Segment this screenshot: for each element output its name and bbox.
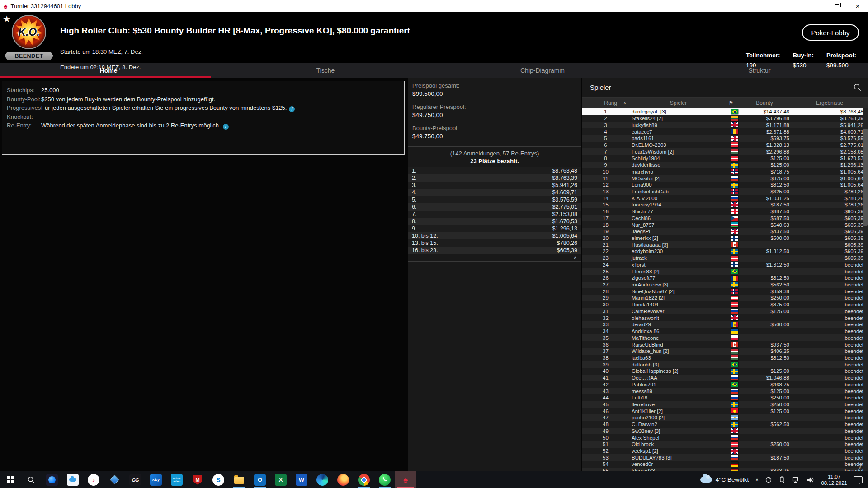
poker-lobby-button[interactable]: Poker-Lobby [802, 24, 859, 41]
player-row[interactable]: 43messs89$125,00beendet [582, 388, 868, 394]
player-row[interactable]: 51Old brock$250,00beendet [582, 441, 868, 448]
taskbar-clock[interactable]: 11:07 08.12.2021 [821, 474, 847, 486]
skype-taskbar-icon[interactable]: S [208, 471, 229, 488]
player-row[interactable]: 6Dr.ELMO-2303$1.328,13$2.775,01 [582, 142, 868, 149]
player-row[interactable]: 18Nur_8797$640,63$605,39 [582, 221, 868, 228]
mcafee-taskbar-icon[interactable]: M [187, 471, 208, 488]
player-row[interactable]: 35MaTitheonebeendet [582, 334, 868, 341]
network-icon[interactable] [792, 476, 800, 483]
player-row[interactable]: 19JaegsPL$437,50$605,39 [582, 228, 868, 235]
tray-expand-icon[interactable]: ∧ [755, 477, 759, 483]
favorite-star-icon[interactable]: ★ [3, 14, 11, 24]
players-scrollbar[interactable] [863, 108, 868, 471]
player-row[interactable]: 47pucho2100 [2]beendet [582, 414, 868, 421]
tab-chip-diagramm[interactable]: Chip-Diagramm [434, 63, 651, 78]
player-row[interactable]: 9davideriksso$125,00$1.296,13 [582, 162, 868, 169]
player-row[interactable]: 33deivid29$500,00beendet [582, 321, 868, 328]
player-row[interactable]: 8Schildy1984$125,00$1.670,53 [582, 155, 868, 162]
prime-taskbar-icon[interactable]: prime video [166, 471, 187, 488]
column-header-rank[interactable]: Rang [582, 100, 617, 106]
player-row[interactable]: 3luckyfish89$1.171,88$5.941,26 [582, 122, 868, 128]
search-taskbar-icon[interactable] [21, 471, 42, 488]
itunes-taskbar-icon[interactable]: ♪ [83, 471, 104, 488]
chevron-down-icon[interactable]: ∨ [858, 464, 862, 470]
player-row[interactable]: 10marchyro$718,75$1.005,64 [582, 168, 868, 175]
player-row[interactable]: 2Stakelis24 [2]$3.796,88$8.763,39 [582, 115, 868, 122]
player-row[interactable]: 36RaiseUpBlind$937,50beendet [582, 341, 868, 348]
tray-app-icon[interactable] [765, 476, 772, 483]
player-row[interactable]: 27mrAndreeew [3]$562,50beendet [582, 282, 868, 288]
player-row[interactable]: 53BUDULAY783 [3]$187,50beendet [582, 454, 868, 461]
weather-widget[interactable]: 4°C Bewölkt [700, 476, 749, 483]
player-row[interactable]: 48C. Darwin2$562,50beendet [582, 421, 868, 428]
player-row[interactable]: 44Futti18$250,00beendet [582, 394, 868, 401]
minimize-button[interactable] [806, 0, 826, 12]
player-row[interactable]: 15tooeasy1994$187,50$780,26 [582, 202, 868, 208]
scrollbar-thumb[interactable] [863, 129, 868, 226]
info-icon[interactable]: i [289, 106, 295, 112]
player-row[interactable]: 14K.A.V.2000$1.031,25$780,26 [582, 195, 868, 202]
player-row[interactable]: 54venced0rbeendet [582, 461, 868, 468]
player-row[interactable]: 45flerrehuve$250,00beendet [582, 401, 868, 408]
player-row[interactable]: 46Ant1K1ller [2]$125,00beendet [582, 408, 868, 414]
tab-tische[interactable]: Tische [217, 63, 434, 78]
player-row[interactable]: 28SineQuaNon67 [2]$359,38beendet [582, 288, 868, 295]
firefox-taskbar-icon[interactable] [333, 471, 354, 488]
column-header-player[interactable]: Spieler [632, 100, 724, 106]
player-row[interactable]: 42Pablos701$468,75beendet [582, 381, 868, 388]
column-header-results[interactable]: Ergebnisse [791, 100, 868, 106]
tab-home[interactable]: Home [0, 63, 217, 78]
player-row[interactable]: 30Honda1404$375,00beendet [582, 301, 868, 308]
player-row[interactable]: 20elmerixx [2]$500,00$605,39 [582, 235, 868, 242]
icloud-taskbar-icon[interactable] [62, 471, 83, 488]
player-row[interactable]: 12Lena900$812,50$1.005,64 [582, 182, 868, 188]
player-row[interactable]: 16Shichi-77$687,50$605,39 [582, 208, 868, 215]
player-row[interactable]: 4cataccc7$2.671,88$4.609,71 [582, 128, 868, 135]
prize-list-collapse[interactable]: ∧ [408, 254, 581, 262]
gg-taskbar-icon[interactable]: GG [125, 471, 146, 488]
pokerstars-taskbar-icon[interactable]: ♠ [395, 471, 416, 488]
player-row[interactable]: 31CalmRevolver$125,00beendet [582, 308, 868, 315]
sky-taskbar-icon[interactable]: sky [146, 471, 166, 488]
player-row[interactable]: 25Eleres88 [2]beendet [582, 268, 868, 275]
restore-button[interactable] [826, 0, 847, 12]
info-icon[interactable]: i [223, 124, 229, 130]
outlook-taskbar-icon[interactable]: O [250, 471, 270, 488]
player-row[interactable]: 24xTorsti$1.312,50beendet [582, 262, 868, 268]
player-row[interactable]: 52veeksp1 [2]beendet [582, 448, 868, 455]
player-row[interactable]: 11MCvisitor [2]$375,00$1.005,64 [582, 175, 868, 182]
player-row[interactable]: 7Fear1sWisdom [2]$2.296,88$2.153,08 [582, 148, 868, 155]
sort-ascending-icon[interactable]: ∧ [617, 101, 632, 105]
player-row[interactable]: 50Alex Shepelbeendet [582, 434, 868, 441]
diamond-taskbar-icon[interactable] [104, 471, 125, 488]
player-row[interactable]: 41Qee... :)AA$1.046,88beendet [582, 375, 868, 381]
edge-taskbar-icon[interactable] [312, 471, 333, 488]
word-taskbar-icon[interactable]: W [291, 471, 312, 488]
usb-device-icon[interactable] [778, 476, 786, 483]
player-row[interactable]: 40GlobalHappiness [2]$125,00beendet [582, 368, 868, 375]
column-header-bounty[interactable]: Bounty [738, 100, 791, 106]
player-row[interactable]: 34Andrloxa 86beendet [582, 328, 868, 335]
player-row[interactable]: 1dantegoyaF [3]$14.437,46$8.763,48 [582, 108, 868, 115]
start-taskbar-icon[interactable] [0, 471, 21, 488]
player-row[interactable]: 17Cechi86$687,50$605,39 [582, 215, 868, 222]
player-row[interactable]: 5pads1161$593,75$3.576,59 [582, 135, 868, 142]
close-button[interactable]: × [847, 0, 868, 12]
excel-taskbar-icon[interactable]: X [270, 471, 291, 488]
player-row[interactable]: 13FrankieFishGab$625,00$780,26 [582, 188, 868, 195]
notification-center-icon[interactable] [854, 476, 863, 483]
player-row[interactable]: 39daltonhb [3]beendet [582, 361, 868, 368]
explorer-taskbar-icon[interactable] [229, 471, 250, 488]
player-row[interactable]: 38laciba63$812,50beendet [582, 355, 868, 361]
player-row[interactable]: 49Sw33ney [3]beendet [582, 428, 868, 435]
chrome-taskbar-icon[interactable] [354, 471, 374, 488]
volume-icon[interactable] [807, 476, 815, 483]
player-row[interactable]: 32olehaswonitbeendet [582, 314, 868, 321]
player-row[interactable]: 26zigosoft77$312,50beendet [582, 275, 868, 282]
tab-struktur[interactable]: Struktur [651, 63, 868, 78]
player-row[interactable]: 23jutrack$605,39 [582, 255, 868, 262]
player-row[interactable]: 55Idepard33$343,75beendet [582, 468, 868, 471]
player-row[interactable]: 21Hustlaaaaaa [3]$605,39 [582, 241, 868, 248]
player-row[interactable]: 37Wildace_hun [2]$406,25beendet [582, 348, 868, 355]
messenger-taskbar-icon[interactable] [42, 471, 62, 488]
